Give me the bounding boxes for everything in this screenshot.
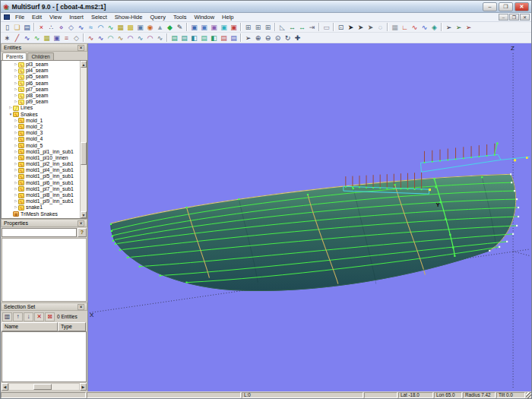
pointer-button[interactable]: ➢ bbox=[243, 33, 253, 43]
delete-entity-button[interactable]: × bbox=[36, 22, 46, 32]
tree-item-mold1-pl9-inn-sub1[interactable]: ▷∿mold1_pl9_inn_sub1 bbox=[2, 198, 80, 204]
tree-item-snake1[interactable]: ▷∿snake1 bbox=[2, 204, 80, 211]
measure-button[interactable]: ◺ bbox=[277, 22, 287, 32]
grid-display-button[interactable]: ⊞ bbox=[253, 22, 263, 32]
tree-item-snakes[interactable]: ▼∿Snakes bbox=[2, 112, 80, 118]
select-cursor-2-button[interactable]: ➤ bbox=[356, 22, 366, 32]
ruler-button[interactable]: ∟ bbox=[400, 22, 410, 32]
view-render-button[interactable]: ▣ bbox=[229, 22, 239, 32]
tree-item-pl5-seam[interactable]: ▷∿pl5_seam bbox=[2, 74, 80, 80]
tree-item-pl7-seam[interactable]: ▷∿pl7_seam bbox=[2, 87, 80, 93]
filter-label-button[interactable]: ◇ bbox=[71, 33, 81, 43]
mdi-close-button[interactable]: ✕ bbox=[520, 14, 530, 21]
selection-set-hscrollbar[interactable]: ◀ ▶ bbox=[1, 382, 87, 391]
insert-tool-7-button[interactable]: ◠ bbox=[145, 33, 155, 43]
stretch-x-button[interactable]: ↔ bbox=[287, 22, 297, 32]
zoom-out-button[interactable]: ⊖ bbox=[263, 33, 273, 43]
hscroll-thumb[interactable] bbox=[33, 384, 52, 390]
mdi-minimize-button[interactable]: – bbox=[499, 14, 508, 21]
curve-fit-red-button[interactable]: ∿ bbox=[410, 22, 420, 32]
tree-item-mold1-pl4-inn-sub1[interactable]: ▷∿mold1_pl4_inn_sub1 bbox=[2, 167, 80, 173]
insert-surface-button[interactable]: ▩ bbox=[125, 22, 135, 32]
scroll-down-icon[interactable]: ▼ bbox=[81, 211, 87, 218]
tree-item-mold-1[interactable]: ▷∿mold_1 bbox=[2, 118, 80, 124]
close-button[interactable]: ✕ bbox=[515, 2, 529, 11]
insert-tool-3-button[interactable]: ◠ bbox=[106, 33, 116, 43]
rotate-view-button[interactable]: ↻ bbox=[283, 33, 293, 43]
tree-item-pl4-seam[interactable]: ▷∿pl4_seam bbox=[2, 68, 80, 74]
menu-item-window[interactable]: Window bbox=[190, 14, 218, 21]
scroll-right-icon[interactable]: ▶ bbox=[80, 383, 87, 391]
show-surface-5-button[interactable]: ◧ bbox=[209, 33, 219, 43]
menu-item-edit[interactable]: Edit bbox=[28, 14, 46, 21]
tree-item-mold1-pl6-inn-sub1[interactable]: ▷∿mold1_pl6_inn_sub1 bbox=[2, 180, 80, 186]
menu-item-help[interactable]: Help bbox=[218, 14, 237, 21]
insert-revolve-button[interactable]: ◉ bbox=[145, 22, 155, 32]
tree-item-mold1-pl7-inn-sub1[interactable]: ▷∿mold1_pl7_inn_sub1 bbox=[2, 186, 80, 192]
insert-bspline-button[interactable]: ≈ bbox=[86, 22, 96, 32]
insert-curve-button[interactable]: ∿ bbox=[76, 22, 86, 32]
menu-item-file[interactable]: File bbox=[11, 14, 28, 21]
filter-curve-button[interactable]: ∿ bbox=[22, 33, 32, 43]
zoom-in-button[interactable]: ⊕ bbox=[253, 33, 263, 43]
scroll-up-icon[interactable]: ▲ bbox=[81, 61, 87, 68]
title-bar[interactable]: ❀ MultiSurf 9.0 - [ cboat-4.ms2:1] – ❐ ✕ bbox=[1, 1, 531, 13]
entities-scrollbar[interactable]: ▲ ▼ bbox=[80, 61, 87, 218]
filter-surface-button[interactable]: ▦ bbox=[42, 33, 52, 43]
pick-arrow-button[interactable]: ➢ bbox=[444, 22, 454, 32]
frame-button[interactable]: ▭ bbox=[321, 22, 331, 32]
menu-item-query[interactable]: Query bbox=[146, 14, 169, 21]
viewport-3d[interactable]: Z X bbox=[88, 43, 531, 391]
insert-tool-6-button[interactable]: ∿ bbox=[135, 33, 145, 43]
insert-solid-button[interactable]: ▣ bbox=[135, 22, 145, 32]
help-button[interactable]: ? bbox=[78, 228, 87, 237]
select-cursor-1-button[interactable]: ➤ bbox=[346, 22, 356, 32]
menu-item-insert[interactable]: Insert bbox=[65, 14, 87, 21]
tree-item-pl8-seam[interactable]: ▷∿pl8_seam bbox=[2, 93, 80, 99]
stretch-y-button[interactable]: ↔ bbox=[297, 22, 307, 32]
pick-query-button[interactable]: ➢ bbox=[464, 22, 473, 32]
column-layout-button[interactable]: ▥ bbox=[2, 312, 12, 321]
selection-set-close-icon[interactable]: ✕ bbox=[78, 304, 84, 310]
save-button[interactable]: ▤ bbox=[22, 22, 32, 32]
show-surface-3-button[interactable]: ◧ bbox=[189, 33, 199, 43]
insert-tool-5-button[interactable]: ◠ bbox=[125, 33, 135, 43]
tab-parents[interactable]: Parents bbox=[2, 52, 27, 60]
insert-snake-button[interactable]: ∿ bbox=[106, 22, 116, 32]
tab-children[interactable]: Children bbox=[27, 52, 53, 60]
insert-control-point-button[interactable]: ◇ bbox=[66, 22, 76, 32]
insert-net-surface-button[interactable]: ▦ bbox=[116, 22, 125, 32]
view-textured-button[interactable]: ▣ bbox=[219, 22, 229, 32]
filter-point-button[interactable]: ∗ bbox=[2, 33, 12, 43]
properties-close-icon[interactable]: ✕ bbox=[78, 220, 84, 226]
select-box-button[interactable]: ⊡ bbox=[336, 22, 346, 32]
insert-tool-2-button[interactable]: ∿ bbox=[96, 33, 106, 43]
filter-contour-button[interactable]: ≡ bbox=[62, 33, 71, 43]
tree-item-mold1-pl10-innen[interactable]: ▷∿mold1_pl10_innen bbox=[2, 155, 80, 161]
hide-blue-button[interactable]: ▤ bbox=[229, 33, 239, 43]
tree-item-mold-2[interactable]: ▷∿mold_2 bbox=[2, 124, 80, 130]
menu-item-view[interactable]: View bbox=[46, 14, 65, 21]
properties-entity-combo[interactable] bbox=[2, 228, 77, 237]
tree-item-mold1-pl1-inn-sub1[interactable]: ▷∿mold1_pl1_inn_sub1 bbox=[2, 149, 80, 155]
align-button[interactable]: ⇥ bbox=[307, 22, 317, 32]
insert-arc-button[interactable]: ◠ bbox=[96, 22, 106, 32]
grid-settings-button[interactable]: ⊞ bbox=[263, 22, 273, 32]
insert-tool-4-button[interactable]: ∿ bbox=[116, 33, 125, 43]
move-up-button[interactable]: ↑ bbox=[13, 312, 23, 321]
tree-item-mold1-pl8-inn-sub1[interactable]: ▷∿mold1_pl8_inn_sub1 bbox=[2, 192, 80, 198]
menu-item-select[interactable]: Select bbox=[87, 14, 111, 21]
select-cursor-3-button[interactable]: ➤ bbox=[366, 22, 375, 32]
insert-trimesh-button[interactable]: ▲ bbox=[155, 22, 165, 32]
open-folder-button[interactable]: ❏ bbox=[12, 22, 22, 32]
tree-item-pl9-seam[interactable]: ▷∿pl9_seam bbox=[2, 99, 80, 105]
select-lasso-button[interactable]: ◌ bbox=[375, 22, 385, 32]
filter-snake-button[interactable]: ∿ bbox=[32, 33, 42, 43]
show-surface-1-button[interactable]: ▤ bbox=[169, 33, 179, 43]
view-shaded-button[interactable]: ▣ bbox=[199, 22, 209, 32]
view-wireframe-button[interactable]: ▣ bbox=[189, 22, 199, 32]
scroll-thumb[interactable] bbox=[81, 142, 87, 165]
insert-tool-1-button[interactable]: ∿ bbox=[86, 33, 96, 43]
mdi-restore-button[interactable]: ❐ bbox=[509, 14, 519, 21]
tree-item-mold-3[interactable]: ▷∿mold_3 bbox=[2, 130, 80, 136]
